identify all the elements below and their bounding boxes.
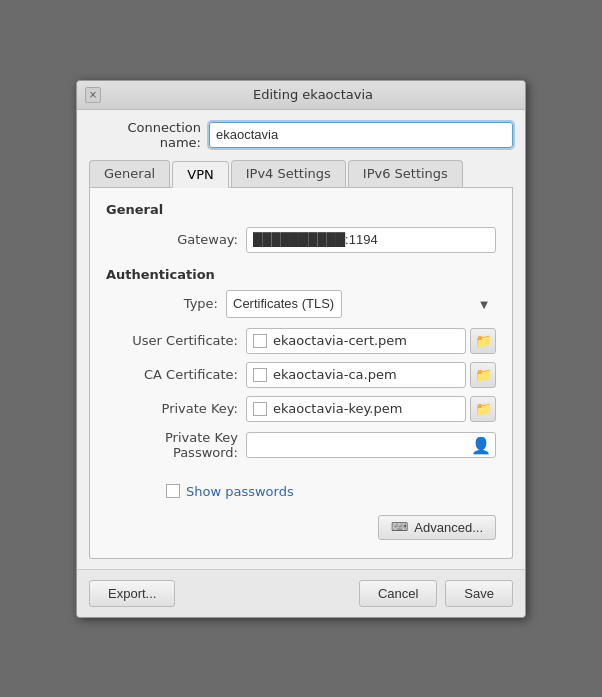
show-passwords-checkbox[interactable] [166, 484, 180, 498]
private-key-field: ekaoctavia-key.pem [246, 396, 466, 422]
user-cert-checkbox[interactable] [253, 334, 267, 348]
gateway-input[interactable] [246, 227, 496, 253]
ca-cert-field: ekaoctavia-ca.pem [246, 362, 466, 388]
export-button[interactable]: Export... [89, 580, 175, 607]
user-cert-folder-button[interactable]: 📁 [470, 328, 496, 354]
footer-right: Cancel Save [359, 580, 513, 607]
show-passwords-label[interactable]: Show passwords [186, 484, 294, 499]
save-button[interactable]: Save [445, 580, 513, 607]
close-button[interactable]: × [85, 87, 101, 103]
ca-cert-folder-button[interactable]: 📁 [470, 362, 496, 388]
user-cert-name: ekaoctavia-cert.pem [273, 333, 459, 348]
private-key-password-input[interactable] [247, 433, 495, 457]
tab-content-vpn: General Gateway: Authentication Type: Ce… [89, 188, 513, 559]
connection-name-label: Connection name: [89, 120, 209, 150]
dialog: × Editing ekaoctavia Connection name: Ge… [76, 80, 526, 618]
show-passwords-row: Show passwords [106, 468, 496, 507]
private-key-password-label: Private Key Password: [106, 430, 246, 460]
user-cert-row: User Certificate: ekaoctavia-cert.pem 📁 [106, 328, 496, 354]
general-section-title: General [106, 202, 496, 217]
connection-name-input[interactable] [209, 122, 513, 148]
ca-cert-label: CA Certificate: [106, 367, 246, 382]
folder-icon: 📁 [475, 333, 492, 349]
user-cert-label: User Certificate: [106, 333, 246, 348]
tab-ipv4-settings[interactable]: IPv4 Settings [231, 160, 346, 187]
ca-cert-row: CA Certificate: ekaoctavia-ca.pem 📁 [106, 362, 496, 388]
private-key-password-row: Private Key Password: 👤 [106, 430, 496, 460]
private-key-password-field: 👤 [246, 432, 496, 458]
private-key-folder-button[interactable]: 📁 [470, 396, 496, 422]
type-select-wrapper: Certificates (TLS) [226, 290, 496, 318]
tab-vpn[interactable]: VPN [172, 161, 228, 188]
tab-bar: General VPN IPv4 Settings IPv6 Settings [89, 160, 513, 188]
person-icon: 👤 [471, 435, 491, 454]
authentication-section: Authentication Type: Certificates (TLS) … [106, 267, 496, 544]
type-row: Type: Certificates (TLS) [106, 290, 496, 318]
dialog-footer: Export... Cancel Save [77, 569, 525, 617]
dialog-title: Editing ekaoctavia [109, 87, 517, 102]
gateway-row: Gateway: [106, 227, 496, 253]
advanced-row: ⌨ Advanced... [106, 507, 496, 544]
advanced-button[interactable]: ⌨ Advanced... [378, 515, 496, 540]
advanced-icon: ⌨ [391, 520, 408, 534]
private-key-label: Private Key: [106, 401, 246, 416]
general-section: General Gateway: [106, 202, 496, 253]
private-key-row: Private Key: ekaoctavia-key.pem 📁 [106, 396, 496, 422]
gateway-label: Gateway: [106, 232, 246, 247]
private-key-checkbox[interactable] [253, 402, 267, 416]
tab-ipv6-settings[interactable]: IPv6 Settings [348, 160, 463, 187]
tab-general[interactable]: General [89, 160, 170, 187]
dialog-body: Connection name: General VPN IPv4 Settin… [77, 110, 525, 569]
ca-cert-name: ekaoctavia-ca.pem [273, 367, 459, 382]
private-key-name: ekaoctavia-key.pem [273, 401, 459, 416]
user-cert-field: ekaoctavia-cert.pem [246, 328, 466, 354]
cancel-button[interactable]: Cancel [359, 580, 437, 607]
ca-cert-checkbox[interactable] [253, 368, 267, 382]
auth-section-title: Authentication [106, 267, 496, 282]
connection-name-row: Connection name: [89, 120, 513, 150]
type-label: Type: [106, 296, 226, 311]
folder-icon: 📁 [475, 401, 492, 417]
folder-icon: 📁 [475, 367, 492, 383]
advanced-label: Advanced... [414, 520, 483, 535]
title-bar: × Editing ekaoctavia [77, 81, 525, 110]
type-select[interactable]: Certificates (TLS) [226, 290, 342, 318]
